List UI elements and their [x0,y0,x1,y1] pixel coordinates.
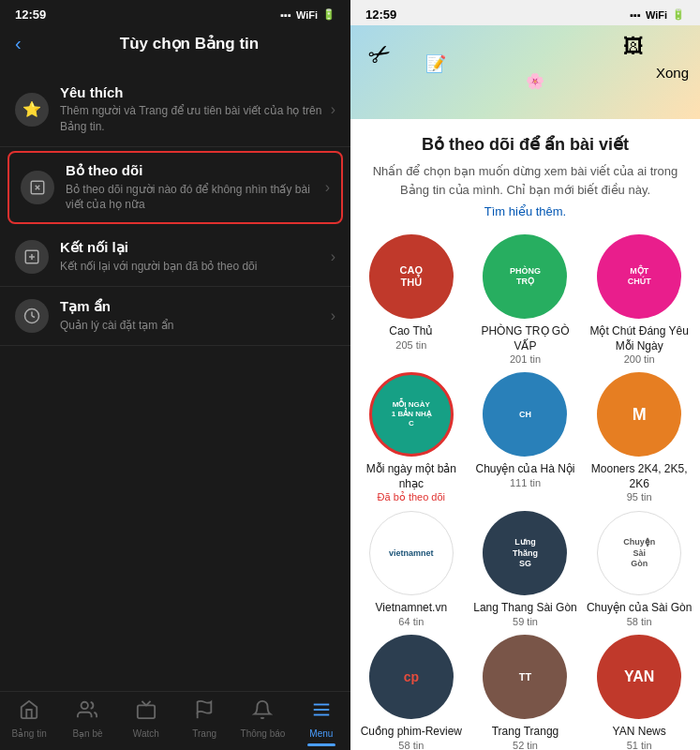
svg-point-9 [82,702,88,709]
page-count-lang-thang-sai-gon: 59 tin [513,616,538,627]
nav-bang-tin-label: Bảng tin [12,728,47,739]
right-battery-icon: 🔋 [672,8,685,21]
page-avatar-trang-trangg: TT [483,635,567,719]
learn-more-link[interactable]: Tìm hiểu thêm. [484,204,566,218]
nav-active-indicator [307,743,335,746]
page-item-lang-thang-sai-gon[interactable]: LưngThăngSG Lang Thang Sài Gòn 59 tin [472,511,579,627]
page-name-cuong-phim-review: Cuồng phim-Review [361,725,462,740]
bo-theo-doi-label: Bỏ theo dõi [66,162,325,179]
page-name-mooners: Mooners 2K4, 2K5, 2K6 [586,462,693,491]
ket-noi-lai-icon [15,240,49,274]
left-status-icons: ▪▪▪ WiFi 🔋 [280,8,335,21]
bottom-nav: Bảng tin Bạn bè Watch [0,691,350,750]
unfollow-status-moi-ngay-mot-ban-nhac: Đã bỏ theo dõi [378,491,445,503]
page-avatar-moi-ngay-mot-ban-nhac: MỖI NGÀY1 BẢN NHẠC [369,372,454,457]
left-title: Tùy chọn Bảng tin [43,34,335,53]
nav-watch-label: Watch [133,728,159,739]
ket-noi-lai-desc: Kết nối lại với người bạn đã bỏ theo dõi [60,259,331,275]
done-button[interactable]: Xong [656,65,689,81]
menu-item-yeu-thich[interactable]: ⭐ Yêu thích Thêm người và Trang để ưu ti… [0,73,350,147]
right-header-image: ✂ 📝 🖼 🌸 Xong [350,25,700,119]
page-item-moi-ngay-mot-ban-nhac[interactable]: MỖI NGÀY1 BẢN NHẠC Mỗi ngày một bản nhạc… [358,372,465,503]
bell-icon [252,699,273,726]
page-avatar-mot-chut-dang-yeu: MỘTCHÚT [597,234,681,319]
nav-menu[interactable]: Menu [292,699,350,746]
unfollow-header: Bỏ theo dõi để ẩn bài viết Nhấn để chọn … [350,119,700,227]
unfollow-desc: Nhấn để chọn bạn muốn dừng xem bài viết … [365,162,685,199]
ket-noi-lai-label: Kết nối lại [60,239,331,256]
page-item-cuong-phim-review[interactable]: cp Cuồng phim-Review 58 tin [358,635,465,750]
page-avatar-mooners: M [597,372,681,457]
ket-noi-lai-chevron: › [331,248,335,265]
page-count-cuong-phim-review: 58 tin [398,740,424,750]
tam-an-label: Tạm ẩn [60,298,331,315]
nav-bang-tin[interactable]: Bảng tin [0,699,58,746]
left-status-bar: 12:59 ▪▪▪ WiFi 🔋 [0,0,350,25]
page-item-vietnamnet[interactable]: vietnamnet Vietnamnet.vn 64 tin [358,511,465,627]
menu-list: ⭐ Yêu thích Thêm người và Trang để ưu ti… [0,66,350,691]
battery-icon: 🔋 [322,8,335,21]
page-avatar-phong-tro-go-vap: PHÒNGTRỌ [483,234,567,319]
left-header: ‹ Tùy chọn Bảng tin [0,25,350,66]
right-status-icons: ▪▪▪ WiFi 🔋 [630,8,685,21]
tam-an-icon [15,299,49,333]
page-name-mot-chut-dang-yeu: Một Chút Đáng Yêu Mỗi Ngày [586,324,693,353]
page-name-lang-thang-sai-gon: Lang Thang Sài Gòn [473,601,577,616]
page-avatar-vietnamnet: vietnamnet [369,511,454,595]
nav-thong-bao[interactable]: Thông báo [233,699,291,746]
yeu-thich-chevron: › [331,101,335,118]
page-count-mot-chut-dang-yeu: 200 tin [624,353,655,365]
nav-ban-be[interactable]: Bạn bè [58,699,116,746]
nav-watch[interactable]: Watch [117,699,175,746]
menu-item-bo-theo-doi[interactable]: Bỏ theo dõi Bỏ theo dõi người nào đó để … [7,151,343,225]
home-icon [19,699,39,726]
watch-icon [136,699,156,726]
back-button[interactable]: ‹ [15,33,43,54]
svg-line-8 [32,316,35,318]
bo-theo-doi-chevron: › [325,179,330,196]
trang-icon [194,699,215,726]
page-name-trang-trangg: Trang Trangg [492,725,559,740]
page-avatar-chuyen-cua-ha-noi: CH [483,372,567,457]
page-item-mooners[interactable]: M Mooners 2K4, 2K5, 2K6 95 tin [586,372,693,503]
flower-icon: 🌸 [526,72,544,90]
bo-theo-doi-desc: Bỏ theo dõi người nào đó để không nhìn t… [66,182,325,214]
page-count-phong-tro-go-vap: 201 tin [510,353,541,365]
right-time: 12:59 [365,8,396,22]
page-count-chuyen-cua-ha-noi: 111 tin [510,477,541,488]
page-item-mot-chut-dang-yeu[interactable]: MỘTCHÚT Một Chút Đáng Yêu Mỗi Ngày 200 t… [586,234,693,365]
friends-icon [77,699,97,726]
menu-icon [311,699,332,726]
page-name-cao-thu: Cao Thủ [389,324,433,339]
scissors-icon: ✂ [363,36,396,73]
right-status-bar: 12:59 ▪▪▪ WiFi 🔋 [350,0,700,25]
nav-thong-bao-label: Thông báo [241,728,286,739]
page-count-vietnamnet: 64 tin [398,616,424,627]
page-count-cao-thu: 205 tin [395,339,426,351]
page-avatar-yan-news: YAN [597,635,681,719]
nav-menu-label: Menu [309,728,333,739]
menu-item-ket-noi-lai[interactable]: Kết nối lại Kết nối lại với người bạn đã… [0,228,350,287]
bo-theo-doi-icon [21,171,54,204]
page-item-phong-tro-go-vap[interactable]: PHÒNGTRỌ PHÒNG TRỌ GÒ VẤP 201 tin [472,234,579,365]
left-time: 12:59 [15,8,46,22]
nav-trang-label: Trang [192,728,216,739]
page-item-yan-news[interactable]: YAN YAN News 51 tin [586,635,693,750]
page-name-vietnamnet: Vietnamnet.vn [376,601,448,616]
page-item-trang-trangg[interactable]: TT Trang Trangg 52 tin [472,635,579,750]
photo-icon: 🖼 [623,35,644,59]
page-count-trang-trangg: 52 tin [513,740,538,750]
right-signal-icon: ▪▪▪ [630,9,641,21]
page-item-chuyen-cua-sai-gon[interactable]: ChuyệnSàiGòn Chuyện của Sài Gòn 58 tin [586,511,693,627]
page-avatar-cuong-phim-review: cp [369,635,454,719]
page-item-cao-thu[interactable]: CAOTHỦ Cao Thủ 205 tin [358,234,465,365]
wifi-icon: WiFi [296,9,318,21]
menu-item-tam-an[interactable]: Tạm ẩn Quản lý cài đặt tạm ẩn › [0,287,350,346]
yeu-thich-icon: ⭐ [15,93,49,127]
tam-an-chevron: › [331,308,335,324]
page-count-mooners: 95 tin [627,491,652,502]
unfollow-title: Bỏ theo dõi để ẩn bài viết [365,134,685,155]
page-item-chuyen-cua-ha-noi[interactable]: CH Chuyện của Hà Nội 111 tin [472,372,579,503]
nav-trang[interactable]: Trang [175,699,233,746]
page-avatar-cao-thu: CAOTHỦ [369,234,454,319]
